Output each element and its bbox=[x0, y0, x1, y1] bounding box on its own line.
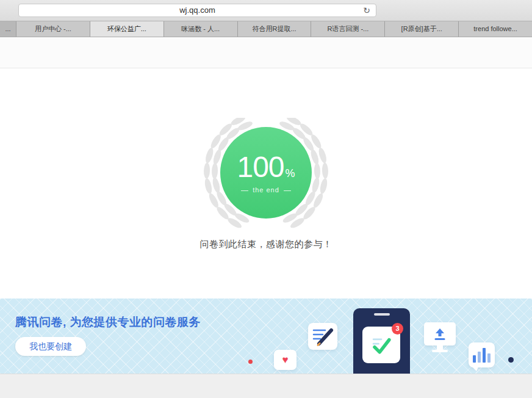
score-value: 100 bbox=[237, 151, 284, 183]
browser-toolbar: wj.qq.com ↻ bbox=[0, 0, 532, 21]
score-caption: the end bbox=[193, 186, 339, 194]
browser-window: wj.qq.com ↻ ... 用户中心 -... 环保公益广... 咪涵数 -… bbox=[0, 0, 532, 398]
caption-dash bbox=[241, 190, 248, 191]
notification-badge: 3 bbox=[392, 323, 403, 335]
tab-bar: ... 用户中心 -... 环保公益广... 咪涵数 - 人... 符合用R提取… bbox=[0, 21, 532, 37]
caption-dash bbox=[284, 190, 291, 191]
tab-r-extract[interactable]: 符合用R提取... bbox=[237, 21, 311, 37]
tab-survey-active[interactable]: 环保公益广... bbox=[90, 21, 164, 37]
address-bar[interactable]: wj.qq.com ↻ bbox=[18, 4, 376, 17]
page-footer bbox=[0, 374, 532, 398]
promo-banner: 腾讯问卷, 为您提供专业的问卷服务 我也要创建 ♥ 3 bbox=[0, 298, 532, 374]
score-caption-text: the end bbox=[253, 186, 279, 194]
create-survey-button[interactable]: 我也要创建 bbox=[15, 337, 86, 356]
chart-bar bbox=[478, 352, 481, 363]
chart-bar bbox=[473, 355, 476, 363]
tab-partial[interactable]: ... bbox=[0, 21, 16, 37]
tab-trend-follow[interactable]: trend followe... bbox=[458, 21, 532, 37]
page-header-strip bbox=[0, 38, 532, 68]
monitor-base bbox=[432, 350, 448, 352]
tab-mihanshu[interactable]: 咪涵数 - 人... bbox=[164, 21, 237, 37]
tab-r-backtest[interactable]: R语言回测 -... bbox=[311, 21, 384, 37]
decor-dot-red bbox=[248, 360, 253, 364]
upload-arrow-icon bbox=[433, 327, 447, 341]
tab-r-original[interactable]: [R原创]基于... bbox=[384, 21, 458, 37]
bar-chart-bubble-icon bbox=[469, 342, 495, 367]
survey-end-message: 问卷到此结束，感谢您的参与！ bbox=[0, 239, 532, 250]
chart-bar bbox=[483, 348, 486, 363]
monitor-screen bbox=[424, 322, 456, 346]
phone-illustration: 3 bbox=[353, 308, 410, 374]
monitor-upload-icon bbox=[424, 322, 456, 352]
monitor-stand bbox=[437, 346, 443, 350]
score-unit: % bbox=[286, 167, 295, 179]
banner-headline: 腾讯问卷, 为您提供专业的问卷服务 bbox=[15, 314, 201, 330]
heart-icon: ♥ bbox=[274, 350, 297, 370]
phone-speaker bbox=[374, 313, 390, 316]
tab-user-center[interactable]: 用户中心 -... bbox=[16, 21, 90, 37]
address-url[interactable]: wj.qq.com bbox=[19, 4, 376, 16]
score: 100% the end bbox=[193, 153, 339, 194]
decor-dot-navy bbox=[508, 357, 514, 363]
document-pencil-icon bbox=[308, 323, 337, 350]
reload-icon[interactable]: ↻ bbox=[361, 5, 372, 16]
completion-badge: 100% the end bbox=[193, 118, 339, 230]
chart-bar bbox=[487, 353, 491, 363]
